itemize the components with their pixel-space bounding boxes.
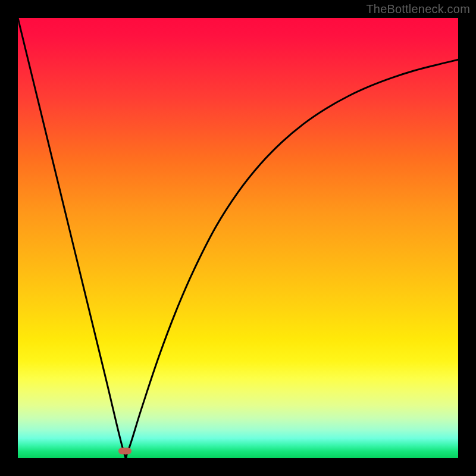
optimum-marker [118,448,131,455]
curve-svg [18,18,458,458]
plot-area [18,18,458,458]
bottleneck-curve [18,18,458,458]
watermark-text: TheBottleneck.com [366,2,470,16]
chart-frame: TheBottleneck.com [0,0,476,476]
